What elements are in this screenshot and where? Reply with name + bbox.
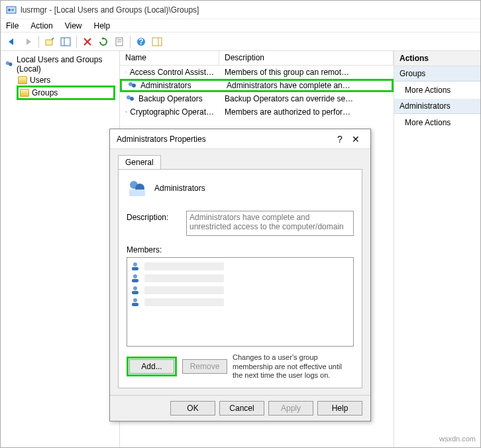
tab-general[interactable]: General bbox=[118, 155, 161, 169]
ok-button[interactable]: OK bbox=[170, 401, 215, 416]
window-title: lusrmgr - [Local Users and Groups (Local… bbox=[21, 5, 199, 15]
svg-point-30 bbox=[133, 286, 137, 290]
tree-users-label: Users bbox=[30, 76, 50, 85]
membership-note: Changes to a user's group membership are… bbox=[233, 353, 354, 380]
member-name-redacted bbox=[144, 262, 224, 270]
administrators-properties-dialog: Administrators Properties ? ✕ General Ad… bbox=[109, 129, 371, 421]
dialog-footer: OK Cancel Apply Help bbox=[110, 395, 370, 421]
member-item[interactable] bbox=[130, 272, 350, 284]
help-button[interactable]: ? bbox=[134, 34, 148, 49]
menu-file[interactable]: File bbox=[6, 21, 19, 30]
delete-button[interactable] bbox=[80, 34, 95, 49]
user-icon bbox=[130, 285, 140, 296]
col-desc[interactable]: Description bbox=[219, 51, 394, 65]
row-name: Access Control Assist… bbox=[130, 68, 214, 77]
svg-rect-27 bbox=[132, 267, 138, 270]
col-name[interactable]: Name bbox=[120, 51, 219, 65]
row-name: Cryptographic Operat… bbox=[130, 107, 214, 117]
actions-section-groups: Groups bbox=[394, 66, 480, 82]
close-button[interactable]: ✕ bbox=[348, 134, 364, 144]
row-name: Backup Operators bbox=[138, 94, 203, 103]
export-list-button[interactable] bbox=[112, 34, 127, 49]
member-item[interactable] bbox=[130, 284, 350, 296]
svg-rect-31 bbox=[132, 291, 138, 294]
member-item[interactable] bbox=[130, 260, 350, 272]
member-item[interactable] bbox=[130, 296, 350, 308]
tree-item-groups[interactable]: Groups bbox=[17, 85, 115, 100]
refresh-button[interactable] bbox=[96, 34, 111, 49]
member-name-redacted bbox=[144, 298, 224, 306]
forward-button[interactable] bbox=[21, 34, 35, 49]
toolbar-separator bbox=[130, 36, 131, 48]
tree-root[interactable]: Local Users and Groups (Local) bbox=[5, 55, 115, 74]
tabstrip: General bbox=[118, 154, 362, 169]
row-name: Administrators bbox=[140, 81, 191, 90]
folder-icon bbox=[18, 76, 27, 84]
members-listbox[interactable] bbox=[127, 257, 354, 347]
dialog-titlebar: Administrators Properties ? ✕ bbox=[110, 129, 370, 149]
row-desc: Members are authorized to perfor… bbox=[225, 107, 350, 117]
action-pane-button[interactable] bbox=[150, 34, 164, 49]
group-name-label: Administrators bbox=[154, 184, 205, 193]
group-icon bbox=[125, 107, 127, 117]
svg-point-2 bbox=[11, 9, 14, 11]
more-actions-administrators[interactable]: More Actions bbox=[394, 114, 480, 131]
tree-pane: Local Users and Groups (Local) Users Gro… bbox=[1, 51, 120, 447]
titlebar: lusrmgr - [Local Users and Groups (Local… bbox=[1, 1, 480, 19]
tree-root-label: Local Users and Groups (Local) bbox=[17, 55, 115, 74]
svg-point-18 bbox=[132, 84, 136, 87]
menu-view[interactable]: View bbox=[65, 21, 82, 30]
list-row[interactable]: Cryptographic Operat… Members are author… bbox=[120, 105, 394, 119]
svg-rect-25 bbox=[129, 190, 145, 196]
help-button[interactable]: Help bbox=[317, 401, 362, 416]
toolbar-separator bbox=[38, 36, 39, 48]
context-help-button[interactable]: ? bbox=[332, 134, 348, 144]
toolbar-separator bbox=[76, 36, 77, 48]
list-row-administrators[interactable]: Administrators Administrators have compl… bbox=[120, 79, 394, 92]
svg-rect-33 bbox=[132, 303, 138, 306]
tab-panel-general: Administrators Description: Members: Add… bbox=[118, 169, 362, 388]
svg-rect-11 bbox=[152, 38, 162, 46]
remove-button: Remove bbox=[182, 359, 227, 374]
svg-point-32 bbox=[133, 298, 137, 302]
menu-action[interactable]: Action bbox=[30, 21, 52, 30]
svg-rect-4 bbox=[61, 38, 70, 46]
menu-help[interactable]: Help bbox=[94, 21, 111, 30]
app-icon bbox=[6, 5, 17, 15]
tree-groups-label: Groups bbox=[32, 88, 58, 97]
svg-point-28 bbox=[133, 274, 137, 278]
group-icon bbox=[125, 68, 127, 77]
user-icon bbox=[130, 261, 140, 272]
add-button[interactable]: Add... bbox=[129, 359, 174, 374]
row-desc: Members of this group can remot… bbox=[225, 68, 349, 77]
folder-icon bbox=[20, 89, 29, 97]
up-button[interactable] bbox=[42, 34, 57, 49]
user-icon bbox=[130, 273, 140, 284]
svg-point-1 bbox=[8, 9, 11, 11]
show-hide-tree-button[interactable] bbox=[58, 34, 73, 49]
tree-item-users[interactable]: Users bbox=[17, 75, 115, 85]
list-row[interactable]: Access Control Assist… Members of this g… bbox=[120, 66, 394, 79]
description-field[interactable] bbox=[186, 211, 354, 236]
svg-text:?: ? bbox=[138, 37, 143, 46]
list-header: Name Description bbox=[120, 51, 394, 66]
more-actions-groups[interactable]: More Actions bbox=[394, 82, 480, 99]
apply-button: Apply bbox=[268, 401, 313, 416]
group-root-icon bbox=[5, 59, 14, 70]
dialog-title: Administrators Properties bbox=[117, 135, 332, 144]
svg-rect-29 bbox=[132, 279, 138, 282]
row-desc: Backup Operators can override se… bbox=[225, 94, 353, 103]
cancel-button[interactable]: Cancel bbox=[219, 401, 264, 416]
watermark: wsxdn.com bbox=[439, 435, 476, 443]
row-desc: Administrators have complete an… bbox=[227, 81, 350, 90]
member-name-redacted bbox=[144, 274, 224, 282]
back-button[interactable] bbox=[5, 34, 19, 49]
list-row[interactable]: Backup Operators Backup Operators can ov… bbox=[120, 92, 394, 105]
menubar: File Action View Help bbox=[1, 19, 480, 32]
actions-section-administrators: Administrators bbox=[394, 99, 480, 114]
group-icon bbox=[127, 81, 138, 90]
group-icon bbox=[125, 94, 136, 103]
group-large-icon bbox=[127, 178, 148, 199]
svg-point-20 bbox=[130, 97, 134, 101]
members-label: Members: bbox=[127, 245, 354, 254]
